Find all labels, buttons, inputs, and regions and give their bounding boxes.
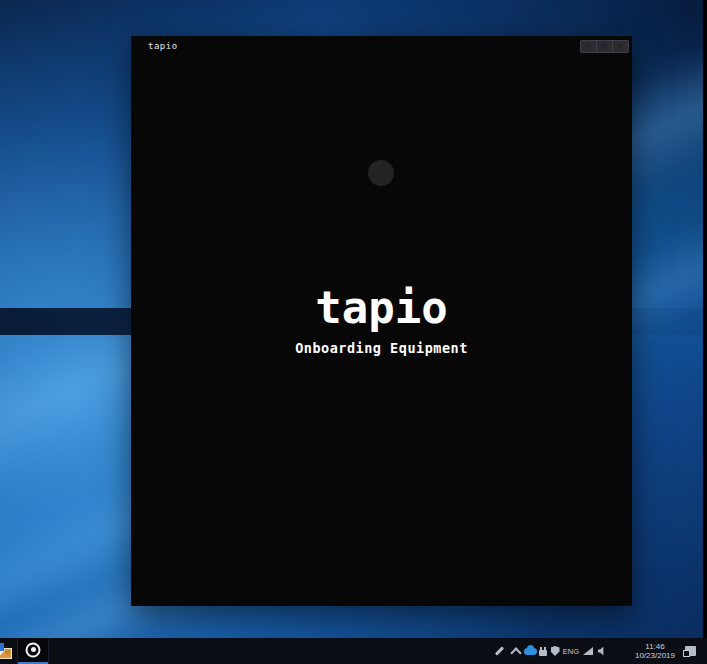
taskbar-clock[interactable]: 11:46 10/23/2019: [629, 638, 681, 664]
clock-time: 11:46: [645, 642, 664, 651]
caret-up-glyph: [510, 647, 521, 658]
screen-right-black-strip: [703, 0, 707, 638]
network-icon[interactable]: [582, 638, 594, 664]
tapio-window: tapio – □ ✕ tapio Onboarding Equipment: [131, 36, 632, 606]
taskbar: ENG 11:46 10/23/2019: [0, 638, 707, 664]
maximize-button[interactable]: □: [597, 41, 612, 52]
power-plug-icon[interactable]: [537, 638, 549, 664]
speaker-glyph: [598, 647, 607, 656]
clock-date: 10/23/2019: [635, 651, 675, 660]
network-glyph: [583, 647, 593, 655]
defender-shield-icon[interactable]: [549, 638, 561, 664]
window-titlebar[interactable]: tapio – □ ✕: [131, 36, 632, 56]
action-center-glyph: [685, 646, 696, 656]
shield-glyph: [551, 646, 560, 656]
cloud-glyph: [524, 648, 537, 655]
app-logo: tapio: [131, 282, 632, 333]
minimize-button[interactable]: –: [581, 41, 596, 52]
mail-blue-corner: [0, 643, 4, 651]
language-indicator[interactable]: ENG: [561, 638, 581, 664]
tapio-target-icon: [26, 642, 41, 657]
pen-glyph: [494, 646, 503, 655]
onedrive-cloud-icon[interactable]: [522, 638, 538, 664]
show-hidden-icons-caret[interactable]: [510, 638, 522, 664]
close-button[interactable]: ✕: [613, 41, 628, 52]
app-subtitle: Onboarding Equipment: [131, 340, 632, 356]
plug-glyph: [539, 650, 547, 656]
speaker-icon[interactable]: [596, 638, 608, 664]
window-controls: – □ ✕: [580, 40, 629, 53]
desktop: tapio – □ ✕ tapio Onboarding Equipment: [0, 0, 707, 664]
taskbar-app-tapio[interactable]: [17, 638, 49, 664]
window-title: tapio: [148, 41, 178, 51]
action-center-icon[interactable]: [682, 638, 698, 664]
pen-icon[interactable]: [494, 638, 504, 664]
loading-circle: [368, 160, 394, 186]
mail-icon[interactable]: [0, 643, 13, 659]
